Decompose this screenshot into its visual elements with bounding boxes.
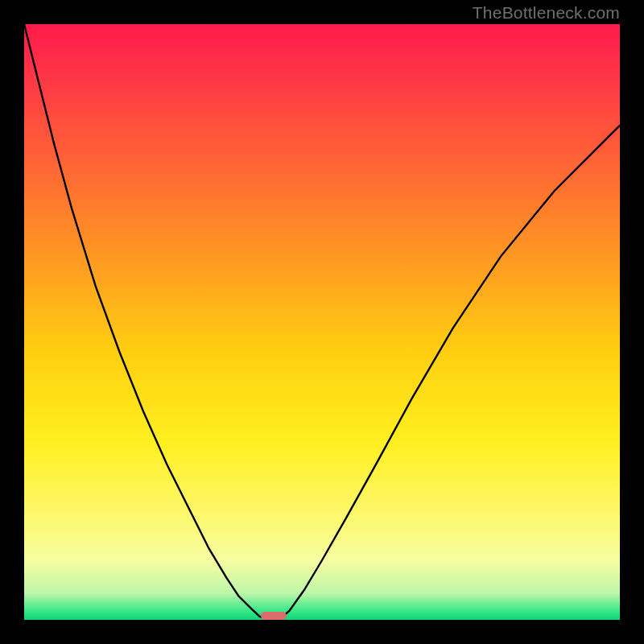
- plot-area: [24, 24, 620, 620]
- bottleneck-marker: [261, 612, 287, 620]
- watermark-text: TheBottleneck.com: [473, 3, 620, 23]
- right-curve: [280, 126, 620, 619]
- curve-layer: [24, 24, 620, 620]
- outer-frame: TheBottleneck.com: [0, 0, 644, 644]
- left-curve: [24, 24, 266, 619]
